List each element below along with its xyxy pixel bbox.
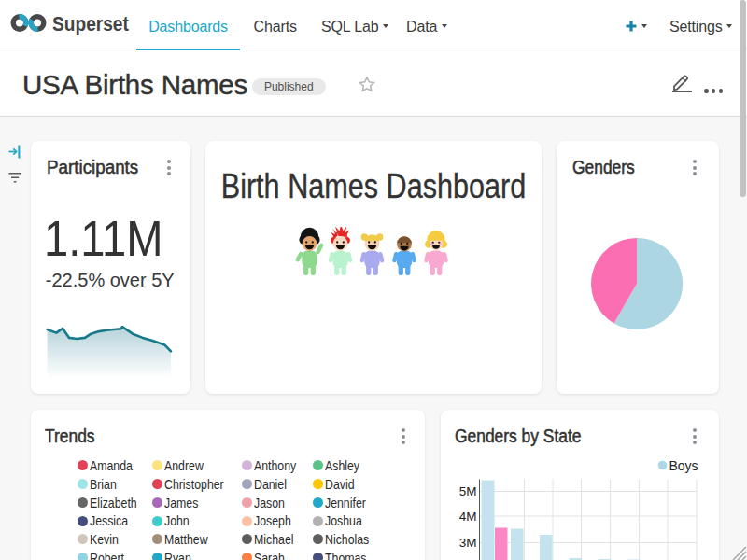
svg-text:3M: 3M	[458, 536, 476, 550]
svg-text:5M: 5M	[458, 484, 476, 498]
svg-text:Boys: Boys	[669, 457, 698, 472]
svg-text:4M: 4M	[458, 509, 476, 523]
